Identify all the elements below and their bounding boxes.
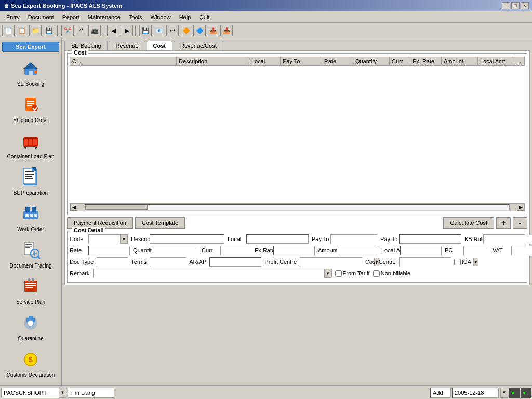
minimize-button[interactable]: _	[502, 2, 510, 9]
toolbar-a3[interactable]: 📤	[207, 25, 219, 36]
toolbar-a4[interactable]: 📥	[220, 25, 233, 36]
cost-centre-field[interactable]: ▼	[399, 257, 451, 267]
svg-rect-41	[32, 278, 34, 282]
profit-centre-field[interactable]: ▼	[300, 257, 362, 267]
sidebar-item-document-tracing-label: Document Tracing	[9, 263, 51, 269]
vat-field[interactable]: ▼	[511, 246, 532, 255]
sidebar-item-shipping-order[interactable]: Shipping Order	[0, 89, 61, 126]
amount-input[interactable]	[337, 246, 378, 255]
code-input[interactable]	[89, 235, 120, 244]
tab-revenue-cost[interactable]: Revenue/Cost	[174, 41, 223, 50]
toolbar-fax[interactable]: 📠	[88, 25, 101, 36]
kb-role-field[interactable]: ▼	[483, 234, 525, 244]
ex-rate-input[interactable]	[273, 246, 315, 255]
from-tariff-checkbox-label[interactable]: From Tariff	[335, 270, 370, 277]
cost-centre-arrow[interactable]: ▼	[473, 258, 478, 266]
menu-document[interactable]: Document	[24, 13, 58, 21]
svg-rect-28	[24, 242, 34, 255]
local-amt-input[interactable]	[400, 246, 442, 255]
menu-quit[interactable]: Quit	[195, 13, 214, 21]
menu-bar: Entry Document Report Maintenance Tools …	[0, 11, 532, 23]
cost-section-title: Cost	[72, 49, 88, 56]
remark-field[interactable]: ▼	[93, 269, 332, 278]
sidebar-item-se-booking[interactable]: SE Booking	[0, 53, 61, 89]
svg-line-33	[38, 257, 40, 259]
pay-to-desc-input[interactable]	[399, 234, 461, 244]
ica-checkbox[interactable]	[454, 259, 461, 265]
toolbar-a2[interactable]: 🔷	[193, 25, 206, 36]
ar-ap-input[interactable]	[209, 257, 261, 267]
remark-arrow[interactable]: ▼	[324, 269, 331, 277]
terms-field[interactable]: ▼	[150, 257, 186, 267]
profit-centre-input[interactable]	[300, 258, 374, 267]
remove-row-button[interactable]: -	[513, 217, 527, 229]
pc-field[interactable]: ▼	[463, 246, 489, 255]
toolbar-delete[interactable]: ✂️	[61, 25, 74, 36]
pay-to-field[interactable]: ▼	[330, 234, 377, 244]
sidebar-item-container-load-plan[interactable]: Container Load Plan	[0, 126, 61, 162]
toolbar-save2[interactable]: 💾	[43, 25, 55, 36]
non-billable-checkbox-label[interactable]: Non billable	[373, 270, 410, 277]
scroll-track[interactable]	[85, 204, 510, 210]
toolbar-a1[interactable]: 🔶	[180, 25, 192, 36]
cost-grid-area[interactable]: C... Description Local Pay To Rate Quant…	[70, 57, 525, 202]
description-input[interactable]	[150, 234, 224, 244]
remark-input[interactable]	[94, 269, 324, 278]
toolbar-open[interactable]: 📋	[16, 25, 28, 36]
toolbar-new[interactable]: 📄	[2, 25, 15, 36]
sidebar-item-bl-preparation[interactable]: BL Preparation	[0, 162, 61, 198]
toolbar-save[interactable]: 💾	[139, 25, 152, 36]
scroll-left-button[interactable]: ◀	[70, 204, 77, 211]
toolbar-email[interactable]: 📧	[153, 25, 165, 36]
tab-revenue[interactable]: Revenue	[109, 41, 145, 50]
toolbar-copy[interactable]: 📁	[29, 25, 42, 36]
sidebar-item-document-tracing[interactable]: Document Tracing	[0, 235, 61, 271]
calculate-cost-button[interactable]: Calculate Cost	[443, 217, 494, 229]
svg-rect-18	[25, 174, 34, 175]
toolbar-undo[interactable]: ↩	[166, 25, 179, 36]
toolbar-sep3	[135, 25, 137, 36]
curr-field[interactable]: ▼	[220, 246, 251, 255]
toolbar-next[interactable]: ▶	[121, 25, 133, 36]
close-button[interactable]: ×	[521, 2, 529, 9]
menu-window[interactable]: Window	[147, 13, 175, 21]
cost-template-button[interactable]: Cost Template	[135, 217, 185, 229]
menu-report[interactable]: Report	[58, 13, 84, 21]
rate-input[interactable]	[88, 246, 130, 255]
main-layout: Sea Export SE Booking	[0, 38, 532, 385]
svg-rect-26	[30, 214, 33, 217]
code-dropdown-arrow[interactable]: ▼	[120, 235, 127, 243]
code-field[interactable]: ▼	[88, 234, 128, 244]
vat-input[interactable]	[512, 246, 532, 256]
sidebar-item-customs-declaration[interactable]: $ Customs Declaration	[0, 344, 61, 380]
maximize-button[interactable]: □	[511, 2, 520, 9]
scroll-thumb[interactable]	[85, 205, 148, 210]
menu-tools[interactable]: Tools	[125, 13, 147, 21]
ica-checkbox-label[interactable]: ICA	[454, 259, 471, 265]
sidebar-item-work-order[interactable]: Work Order	[0, 198, 61, 235]
scroll-right-button[interactable]: ▶	[517, 204, 524, 211]
toolbar-print[interactable]: 🖨	[75, 25, 87, 36]
kb-role-input[interactable]	[484, 235, 532, 244]
detail-row-2: Rate Quantity ▼ Curr ▼ Ex.Rate Amount	[70, 246, 525, 255]
window-controls[interactable]: _ □ ×	[502, 2, 529, 9]
toolbar-prev[interactable]: ◀	[107, 25, 119, 36]
quantity-field[interactable]: ▼	[152, 246, 198, 255]
sidebar-item-service-plan[interactable]: Service Plan	[0, 271, 61, 308]
sidebar-item-quarantine[interactable]: Quarantine	[0, 308, 61, 344]
from-tariff-checkbox[interactable]	[335, 270, 342, 277]
horizontal-scrollbar[interactable]: ◀ ▶	[70, 203, 525, 211]
ica-label-text: ICA	[462, 259, 471, 265]
sidebar-sea-export-label[interactable]: Sea Export	[2, 42, 59, 52]
col-pay-to: Pay To	[281, 57, 322, 66]
tab-cost[interactable]: Cost	[147, 41, 172, 50]
doc-type-field[interactable]: ▼	[97, 257, 128, 267]
menu-entry[interactable]: Entry	[2, 13, 24, 21]
menu-maintenance[interactable]: Maintenance	[84, 13, 125, 21]
add-row-button[interactable]: +	[496, 217, 511, 229]
non-billable-checkbox[interactable]	[373, 270, 380, 277]
sidebar-item-container-load-plan-label: Container Load Plan	[7, 154, 54, 160]
menu-help[interactable]: Help	[175, 13, 195, 21]
local-input[interactable]	[246, 234, 309, 244]
svg-rect-37	[25, 283, 36, 284]
